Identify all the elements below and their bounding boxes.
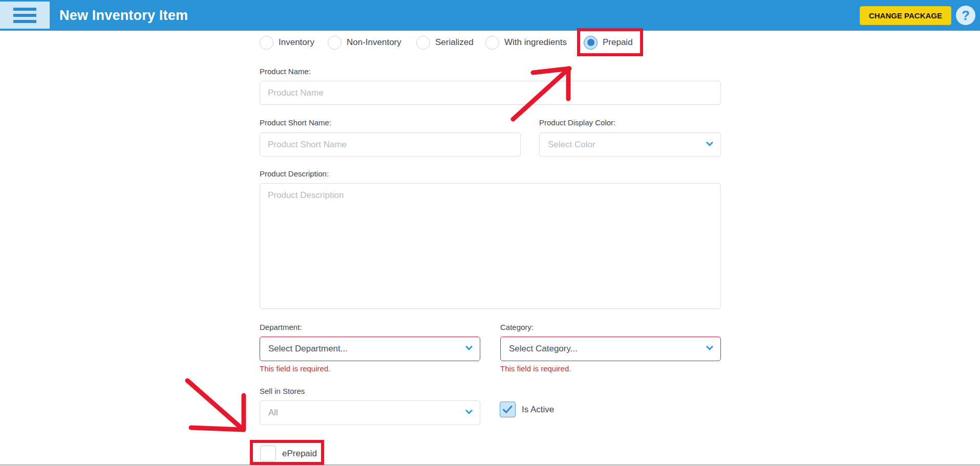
department-select[interactable]: Select Department... [260,337,480,361]
checkbox-box [500,402,516,417]
select-value: Select Category... [509,344,578,354]
radio-selected-icon [584,36,598,50]
select-value: All [268,408,278,418]
new-inventory-item-page: New Inventory Item CHANGE PACKAGE ? Inve… [0,0,980,466]
category-error: This field is required. [500,364,571,373]
sell-in-stores-label: Sell in Stores [260,387,305,395]
radio-label: Prepaid [603,37,633,48]
menu-icon [13,8,36,11]
help-icon[interactable]: ? [956,6,975,25]
checkbox-label: ePrepaid [282,449,317,459]
product-display-color-label: Product Display Color: [539,118,615,127]
radio-label: Serialized [435,37,474,48]
checkbox-label: Is Active [522,405,554,415]
select-placeholder: Select Color [548,140,595,150]
checkbox-box [260,446,276,461]
radio-serialized[interactable]: Serialized [416,35,474,50]
radio-circle-icon [485,36,499,50]
hamburger-menu-button[interactable] [0,2,50,29]
bottom-divider [0,464,980,465]
chevron-down-icon [465,343,473,350]
product-description-textarea[interactable] [260,183,721,309]
radio-inventory[interactable]: Inventory [260,35,314,50]
radio-dot-icon [587,39,594,46]
change-package-button[interactable]: CHANGE PACKAGE [860,6,951,25]
department-label: Department: [260,323,302,331]
radio-with-ingredients[interactable]: With ingredients [485,35,567,50]
is-active-checkbox[interactable]: Is Active [500,402,554,417]
product-display-color-select[interactable]: Select Color [539,132,721,157]
menu-icon [13,20,36,23]
check-icon [503,406,513,413]
eprepaid-checkbox[interactable]: ePrepaid [260,446,317,461]
radio-circle-icon [328,36,342,50]
chevron-down-icon [706,139,713,146]
radio-circle-icon [416,36,430,50]
category-select[interactable]: Select Category... [500,337,721,361]
category-label: Category: [500,323,534,331]
app-header: New Inventory Item CHANGE PACKAGE ? [0,0,980,31]
sell-in-stores-select[interactable]: All [260,401,480,425]
radio-label: Inventory [279,37,314,48]
product-short-name-label: Product Short Name: [260,118,331,127]
product-name-label: Product Name: [260,67,311,76]
radio-prepaid[interactable]: Prepaid [584,35,633,50]
page-title: New Inventory Item [59,0,188,31]
department-error: This field is required. [260,364,330,373]
radio-circle-icon [260,36,273,50]
select-value: Select Department... [268,344,348,354]
radio-non-inventory[interactable]: Non-Inventory [328,35,401,50]
radio-label: Non-Inventory [347,37,401,48]
product-short-name-input[interactable] [260,132,521,157]
chevron-down-icon [706,343,713,350]
product-name-input[interactable] [260,81,721,105]
annotation-arrow-eprepaid [187,381,244,430]
radio-label: With ingredients [504,37,567,48]
chevron-down-icon [465,407,473,414]
menu-icon [13,14,36,17]
product-description-label: Product Description: [260,169,329,178]
